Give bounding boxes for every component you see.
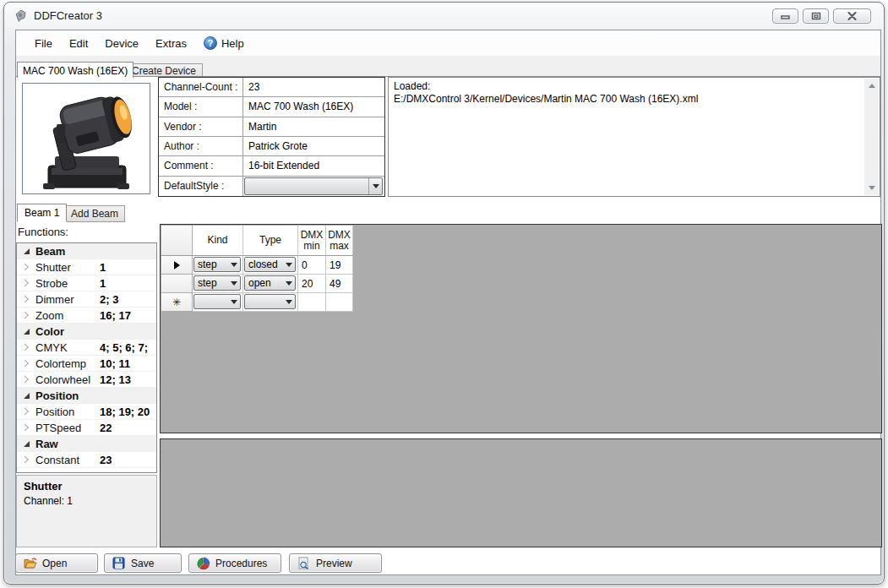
tree-collapsed-icon[interactable] <box>17 297 35 302</box>
menu-edit[interactable]: Edit <box>61 34 96 53</box>
kind-select[interactable]: step <box>193 275 241 291</box>
folder-icon <box>24 557 37 569</box>
tree-item-label: Position <box>35 406 100 418</box>
prop-value-model[interactable]: MAC 700 Wash (16EX) <box>243 97 384 116</box>
tree-group-position[interactable]: Position <box>17 388 156 404</box>
tree-collapsed-icon[interactable] <box>17 361 35 366</box>
tree-collapsed-icon[interactable] <box>17 264 35 270</box>
preview-button[interactable]: Preview <box>289 553 382 573</box>
tree-collapsed-icon[interactable] <box>17 377 35 382</box>
tree-item-colorwheel[interactable]: Colorwheel 12; 13 <box>17 372 156 388</box>
new-row-icon: ✳ <box>172 297 181 308</box>
tree-group-beam[interactable]: Beam <box>17 243 156 259</box>
column-header-dmx-min[interactable]: DMXmin <box>298 226 326 256</box>
kind-select[interactable]: step <box>193 257 241 272</box>
tree-item-cmyk[interactable]: CMYK 4; 5; 6; 7; <box>17 340 156 356</box>
maximize-button[interactable] <box>803 8 829 24</box>
row-header[interactable] <box>161 275 193 293</box>
chevron-down-icon <box>283 258 295 271</box>
tab-beam-1[interactable]: Beam 1 <box>17 204 67 222</box>
chevron-down-icon <box>228 258 240 271</box>
caption-buttons <box>772 8 871 24</box>
kind-select[interactable] <box>193 294 241 309</box>
cell-dmx-max[interactable]: 49 <box>326 275 353 293</box>
menu-help[interactable]: ? Help <box>195 33 253 53</box>
type-select[interactable]: closed <box>244 257 296 272</box>
row-header-new[interactable]: ✳ <box>161 293 193 312</box>
app-root: DDFCreator 3 File Edit Device Extras <box>0 0 888 588</box>
tree-item-zoom[interactable]: Zoom 16; 17 <box>17 308 156 324</box>
chevron-down-icon <box>228 295 240 308</box>
cell-type: open <box>243 275 298 293</box>
tree-collapsed-icon[interactable] <box>17 280 35 286</box>
menu-device[interactable]: Device <box>96 34 147 53</box>
tree-expanded-icon[interactable] <box>17 393 35 399</box>
tab-add-beam[interactable]: Add Beam <box>64 205 125 222</box>
tree-item-position[interactable]: Position 18; 19; 20 <box>17 404 156 420</box>
title-bar[interactable]: DDFCreator 3 <box>4 3 884 29</box>
tree-collapsed-icon[interactable] <box>17 313 35 318</box>
cell-dmx-min[interactable] <box>298 293 326 312</box>
tree-expanded-icon[interactable] <box>17 248 35 254</box>
tree-item-strobe[interactable]: Strobe 1 <box>17 275 156 291</box>
close-icon <box>847 8 857 24</box>
close-button[interactable] <box>833 8 871 24</box>
menu-file[interactable]: File <box>26 34 61 53</box>
loaded-file-textbox[interactable]: Loaded: E:/DMXControl 3/Kernel/Devices/M… <box>388 77 880 197</box>
selection-title: Shutter <box>24 480 150 493</box>
tree-item-ptspeed[interactable]: PTSpeed 22 <box>17 420 156 436</box>
cell-kind: step <box>193 275 243 293</box>
menu-extras[interactable]: Extras <box>147 34 195 53</box>
tree-group-raw[interactable]: Raw <box>17 436 156 452</box>
tree-collapsed-icon[interactable] <box>17 409 35 414</box>
column-header-dmx-max[interactable]: DMXmax <box>326 226 353 256</box>
scroll-up-icon[interactable] <box>864 79 879 93</box>
procedures-button[interactable]: Procedures <box>188 553 281 573</box>
grid-header: Kind Type DMXmin DMXmax <box>161 226 353 256</box>
tree-collapsed-icon[interactable] <box>17 425 35 430</box>
tree-expanded-icon[interactable] <box>17 329 35 335</box>
chevron-down-icon <box>368 178 382 194</box>
tree-item-channels: 4; 5; 6; 7; <box>100 341 156 354</box>
tree-item-channels: 22 <box>100 422 156 434</box>
procedure-panel <box>160 438 882 547</box>
prop-value-vendor[interactable]: Martin <box>243 117 384 136</box>
tree-collapsed-icon[interactable] <box>17 345 35 350</box>
tree-expanded-icon[interactable] <box>17 441 35 447</box>
open-button[interactable]: Open <box>15 553 98 573</box>
cell-dmx-min[interactable]: 20 <box>298 275 326 293</box>
functions-tree: Beam Shutter 1 Strobe 1 Dimmer <box>16 242 157 473</box>
prop-value-channel-count[interactable]: 23 <box>243 78 384 96</box>
tree-item-shutter[interactable]: Shutter 1 <box>17 259 156 275</box>
tree-item-label: Colorwheel <box>35 373 100 386</box>
tree-item-dimmer[interactable]: Dimmer 2; 3 <box>17 291 156 308</box>
table-row: Author : Patrick Grote <box>159 137 384 156</box>
selection-info-panel: Shutter Channel: 1 <box>16 475 157 547</box>
tree-item-label: Strobe <box>35 277 100 290</box>
column-header-kind[interactable]: Kind <box>193 226 243 256</box>
loaded-scrollbar[interactable] <box>864 79 879 195</box>
tree-item-colortemp[interactable]: Colortemp 10; 11 <box>17 356 156 372</box>
cell-dmx-min[interactable]: 0 <box>298 256 326 275</box>
tree-item-channels: 1 <box>100 277 156 290</box>
type-select[interactable]: open <box>244 275 296 291</box>
tree-item-label: Colortemp <box>35 357 100 370</box>
table-row: step closed 0 19 <box>161 256 353 275</box>
type-select[interactable] <box>244 294 296 309</box>
tab-device[interactable]: MAC 700 Wash (16EX) <box>17 62 133 78</box>
minimize-button[interactable] <box>772 8 798 24</box>
save-button[interactable]: Save <box>104 553 182 573</box>
cell-dmx-max[interactable] <box>326 293 353 312</box>
cell-dmx-max[interactable]: 19 <box>326 256 353 275</box>
defaultstyle-select[interactable] <box>244 177 383 195</box>
tree-item-constant[interactable]: Constant 23 <box>17 452 156 468</box>
row-header-current[interactable] <box>161 256 193 275</box>
tree-item-channels: 23 <box>100 454 156 466</box>
tree-collapsed-icon[interactable] <box>17 457 35 462</box>
current-row-icon <box>174 261 180 270</box>
prop-value-author[interactable]: Patrick Grote <box>243 137 384 155</box>
prop-value-comment[interactable]: 16-bit Extended <box>243 156 384 175</box>
scroll-down-icon[interactable] <box>864 181 879 195</box>
tree-group-color[interactable]: Color <box>17 324 156 340</box>
column-header-type[interactable]: Type <box>243 226 298 256</box>
